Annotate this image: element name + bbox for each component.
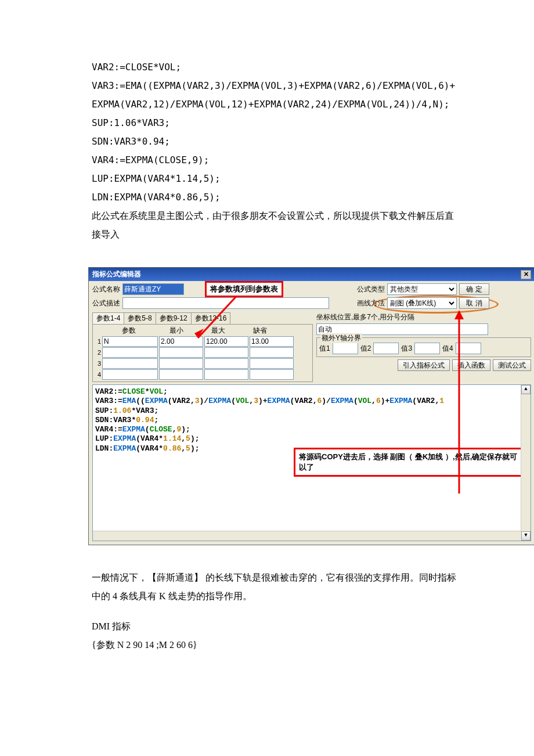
- code-line: VAR3:=EMA((EXPMA(VAR2,3)/EXPMA(VOL,3)+EX…: [92, 77, 459, 114]
- cancel-button[interactable]: 取 消: [459, 297, 489, 309]
- tab-params-5-8[interactable]: 参数5-8: [124, 312, 156, 324]
- vertical-scrollbar[interactable]: ▲ ▼: [521, 385, 531, 541]
- explanation-text: 一般情况下，【薛斯通道】 的长线下轨是很难被击穿的，它有很强的支撑作用。同时指标…: [92, 568, 459, 606]
- y4-input[interactable]: [456, 343, 481, 354]
- formula-name-input[interactable]: [122, 283, 184, 295]
- insert-function-button[interactable]: 插入函数: [452, 359, 490, 371]
- formula-code-block: VAR2:=CLOSE*VOL; VAR3:=EMA((EXPMA(VAR2,3…: [92, 58, 459, 207]
- y2-label: 值2: [360, 344, 371, 354]
- param-row: 2: [94, 347, 311, 358]
- yaxis-group: 额外Y轴分界 值1 值2 值3 值4: [316, 337, 531, 357]
- scroll-down-icon[interactable]: ▼: [521, 531, 531, 541]
- param-def-input[interactable]: [250, 347, 294, 358]
- param-min-input[interactable]: [159, 347, 203, 358]
- param-name-input[interactable]: [102, 347, 158, 358]
- desc-label: 公式描述: [92, 298, 122, 308]
- formula-code-editor[interactable]: VAR2:=CLOSE*VOL; VAR3:=EMA((EXPMA(VAR2,3…: [92, 384, 531, 541]
- param-row: 4: [94, 369, 311, 380]
- param-grid: 参数 最小 最大 缺省 1 2: [92, 324, 313, 382]
- param-def-input[interactable]: [250, 369, 294, 380]
- window-titlebar[interactable]: 指标公式编辑器 ✕: [89, 268, 534, 281]
- dmi-params: {参数 N 2 90 14 ;M 2 60 6}: [92, 636, 459, 654]
- param-name-input[interactable]: [102, 369, 158, 380]
- horizontal-scrollbar[interactable]: ◀ ▶: [93, 531, 521, 541]
- y1-label: 值1: [319, 344, 330, 354]
- param-max-input[interactable]: [204, 369, 248, 380]
- col-def: 缺省: [239, 326, 281, 336]
- param-row: 1: [94, 336, 311, 347]
- tab-params-1-4[interactable]: 参数1-4: [92, 312, 124, 324]
- annotation-copy-source: 将源码COPY进去后，选择 副图（ 叠K加线 ）,然后,确定保存就可以了: [294, 448, 525, 477]
- ok-button[interactable]: 确 定: [459, 283, 489, 295]
- param-def-input[interactable]: [250, 336, 294, 347]
- draw-label: 画线方法: [357, 298, 385, 308]
- code-line: LDN:EXPMA(VAR4*0.86,5);: [92, 188, 459, 207]
- param-row: 3: [94, 358, 311, 369]
- y1-input[interactable]: [333, 343, 358, 354]
- dmi-title: DMI 指标: [92, 617, 459, 636]
- param-min-input[interactable]: [159, 369, 203, 380]
- col-param: 参数: [102, 326, 156, 336]
- y3-input[interactable]: [414, 343, 440, 354]
- col-min: 最小: [156, 326, 197, 336]
- formula-desc-input[interactable]: [122, 297, 329, 309]
- code-line: VAR2:=CLOSE*VOL;: [92, 58, 459, 77]
- code-line: SUP:1.06*VAR3;: [92, 114, 459, 132]
- code-line: LUP:EXPMA(VAR4*1.14,5);: [92, 170, 459, 188]
- param-name-input[interactable]: [102, 336, 158, 347]
- col-max: 最大: [197, 326, 239, 336]
- param-max-input[interactable]: [204, 347, 248, 358]
- param-name-input[interactable]: [102, 358, 158, 369]
- param-max-input[interactable]: [204, 336, 248, 347]
- param-min-input[interactable]: [159, 358, 203, 369]
- annotation-params: 将参数填列到参数表: [205, 281, 283, 297]
- close-icon[interactable]: ✕: [521, 270, 531, 279]
- type-label: 公式类型: [357, 285, 385, 294]
- y3-label: 值3: [401, 344, 412, 354]
- tab-params-13-16[interactable]: 参数13-16: [191, 312, 231, 324]
- scroll-up-icon[interactable]: ▲: [521, 385, 531, 394]
- param-max-input[interactable]: [204, 358, 248, 369]
- code-line: VAR4:=EXPMA(CLOSE,9);: [92, 151, 459, 170]
- draw-method-select[interactable]: 副图 (叠加K线): [387, 297, 457, 309]
- yaxis-label: 额外Y轴分界: [320, 333, 362, 343]
- formula-type-select[interactable]: 其他类型: [387, 283, 457, 295]
- import-formula-button[interactable]: 引入指标公式: [398, 359, 450, 371]
- note-text: 此公式在系统里是主图公式，由于很多朋友不会设置公式，所以现提供下载文件解压后直接…: [92, 207, 459, 244]
- code-line: SDN:VAR3*0.94;: [92, 132, 459, 151]
- tab-params-9-12[interactable]: 参数9-12: [156, 312, 192, 324]
- param-def-input[interactable]: [250, 358, 294, 369]
- formula-editor-window: 指标公式编辑器 ✕ 将参数填列到参数表: [88, 267, 534, 545]
- param-min-input[interactable]: [159, 336, 203, 347]
- coord-label: 坐标线位置,最多7个,用分号分隔: [316, 312, 531, 322]
- window-title: 指标公式编辑器: [92, 269, 141, 279]
- y4-label: 值4: [442, 344, 453, 354]
- test-formula-button[interactable]: 测试公式: [493, 359, 531, 371]
- y2-input[interactable]: [373, 343, 399, 354]
- name-label: 公式名称: [92, 285, 122, 294]
